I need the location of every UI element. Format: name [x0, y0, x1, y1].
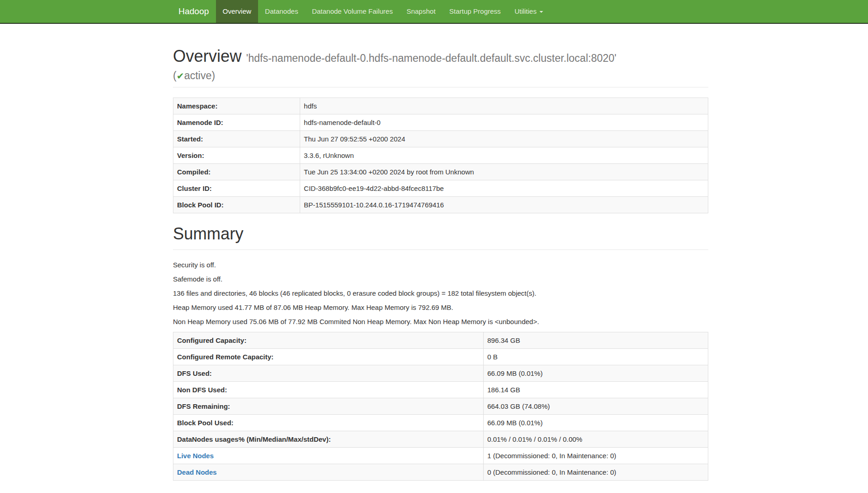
summary-line-heap-memory: Heap Memory used 41.77 MB of 87.06 MB He… — [173, 303, 708, 312]
row-value: 664.03 GB (74.08%) — [484, 398, 708, 415]
status-prefix: ( — [173, 70, 177, 81]
table-row: Non DFS Used: 186.14 GB — [173, 382, 708, 398]
row-value: 66.09 MB (0.01%) — [484, 365, 708, 382]
overview-header: Overview 'hdfs-namenode-default-0.hdfs-n… — [173, 45, 708, 87]
row-label: Compiled: — [173, 164, 300, 180]
status-label: active) — [184, 70, 215, 81]
table-row: Configured Capacity: 896.34 GB — [173, 332, 708, 349]
table-row: Dead Nodes 0 (Decommissioned: 0, In Main… — [173, 464, 708, 481]
row-label: Version: — [173, 147, 300, 164]
tab-overview[interactable]: Overview — [216, 0, 259, 23]
row-label: Block Pool ID: — [173, 197, 300, 213]
row-value: 66.09 MB (0.01%) — [484, 415, 708, 431]
row-label: Cluster ID: — [173, 180, 300, 197]
summary-line-safemode: Safemode is off. — [173, 274, 708, 284]
row-value: 3.3.6, rUnknown — [300, 147, 708, 164]
table-row: Live Nodes 1 (Decommissioned: 0, In Main… — [173, 448, 708, 464]
table-row: Compiled: Tue Jun 25 13:34:00 +0200 2024… — [173, 164, 708, 180]
row-value: 0.01% / 0.01% / 0.01% / 0.00% — [484, 431, 708, 448]
table-row: DFS Used: 66.09 MB (0.01%) — [173, 365, 708, 382]
live-nodes-link[interactable]: Live Nodes — [177, 452, 214, 460]
table-row: Started: Thu Jun 27 09:52:55 +0200 2024 — [173, 131, 708, 147]
summary-line-security: Security is off. — [173, 260, 708, 270]
namenode-info-table: Namespace: hdfs Namenode ID: hdfs-nameno… — [173, 98, 708, 213]
tab-utilities-label: Utilities — [514, 7, 536, 15]
table-row: Cluster ID: CID-368b9fc0-ee19-4d22-abbd-… — [173, 180, 708, 197]
tab-startup-progress[interactable]: Startup Progress — [442, 0, 508, 23]
row-value: 896.34 GB — [484, 332, 708, 349]
table-row: Namespace: hdfs — [173, 98, 708, 114]
summary-line-filesystem-objects: 136 files and directories, 46 blocks (46… — [173, 288, 708, 298]
summary-header: Summary — [173, 222, 708, 250]
row-label: Started: — [173, 131, 300, 147]
chevron-down-icon — [539, 11, 543, 13]
row-label: DataNodes usages% (Min/Median/Max/stdDev… — [173, 431, 484, 448]
table-row: DataNodes usages% (Min/Median/Max/stdDev… — [173, 431, 708, 448]
summary-title: Summary — [173, 222, 708, 245]
page-title: Overview — [173, 47, 242, 65]
row-label: Dead Nodes — [173, 464, 484, 481]
row-value: 0 B — [484, 349, 708, 365]
summary-text: Security is off. Safemode is off. 136 fi… — [173, 260, 708, 326]
table-row: Version: 3.3.6, rUnknown — [173, 147, 708, 164]
page-title-block: Overview 'hdfs-namenode-default-0.hdfs-n… — [173, 45, 708, 83]
row-value: BP-1515559101-10.244.0.16-1719474769416 — [300, 197, 708, 213]
row-label: DFS Remaining: — [173, 398, 484, 415]
row-label: Namenode ID: — [173, 114, 300, 131]
table-row: Configured Remote Capacity: 0 B — [173, 349, 708, 365]
table-row: DFS Remaining: 664.03 GB (74.08%) — [173, 398, 708, 415]
namenode-address: 'hdfs-namenode-default-0.hdfs-namenode-d… — [246, 52, 616, 64]
row-label: DFS Used: — [173, 365, 484, 382]
brand-hadoop[interactable]: Hadoop — [173, 0, 216, 23]
row-value: hdfs — [300, 98, 708, 114]
row-value: 1 (Decommissioned: 0, In Maintenance: 0) — [484, 448, 708, 464]
cluster-metrics-table: Configured Capacity: 896.34 GB Configure… — [173, 332, 708, 481]
table-row: Block Pool Used: 66.09 MB (0.01%) — [173, 415, 708, 431]
navbar: Hadoop Overview Datanodes Datanode Volum… — [0, 0, 868, 24]
row-label: Namespace: — [173, 98, 300, 114]
namenode-status: (✔active) — [173, 69, 708, 83]
navbar-content: Hadoop Overview Datanodes Datanode Volum… — [173, 0, 708, 23]
tab-utilities[interactable]: Utilities — [507, 0, 550, 23]
active-check-icon: ✔ — [177, 71, 184, 81]
row-value: 0 (Decommissioned: 0, In Maintenance: 0) — [484, 464, 708, 481]
tab-datanode-volume-failures[interactable]: Datanode Volume Failures — [305, 0, 400, 23]
row-value: Tue Jun 25 13:34:00 +0200 2024 by root f… — [300, 164, 708, 180]
navbar-menu: Overview Datanodes Datanode Volume Failu… — [216, 0, 550, 23]
row-label: Configured Capacity: — [173, 332, 484, 349]
summary-line-non-heap-memory: Non Heap Memory used 75.06 MB of 77.92 M… — [173, 317, 708, 326]
row-value: 186.14 GB — [484, 382, 708, 398]
tab-snapshot[interactable]: Snapshot — [399, 0, 442, 23]
row-value: hdfs-namenode-default-0 — [300, 114, 708, 131]
tab-datanodes[interactable]: Datanodes — [258, 0, 305, 23]
row-value: Thu Jun 27 09:52:55 +0200 2024 — [300, 131, 708, 147]
dead-nodes-link[interactable]: Dead Nodes — [177, 468, 217, 476]
table-row: Namenode ID: hdfs-namenode-default-0 — [173, 114, 708, 131]
table-row: Block Pool ID: BP-1515559101-10.244.0.16… — [173, 197, 708, 213]
row-label: Configured Remote Capacity: — [173, 349, 484, 365]
row-label: Block Pool Used: — [173, 415, 484, 431]
main-content: Overview 'hdfs-namenode-default-0.hdfs-n… — [173, 45, 708, 481]
row-label: Live Nodes — [173, 448, 484, 464]
row-value: CID-368b9fc0-ee19-4d22-abbd-84fcec8117be — [300, 180, 708, 197]
row-label: Non DFS Used: — [173, 382, 484, 398]
